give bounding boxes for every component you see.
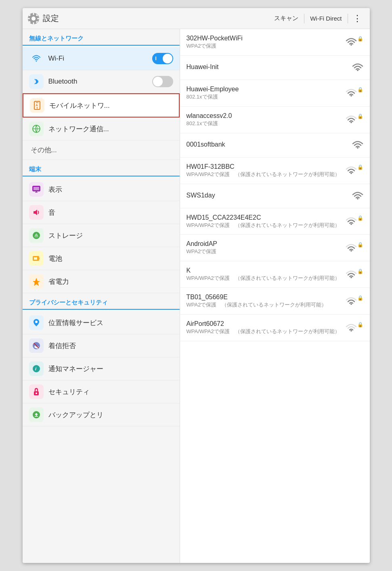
svg-point-49: [350, 303, 352, 305]
lock-icon: 🔒: [357, 322, 363, 327]
bluetooth-toggle[interactable]: [152, 76, 173, 87]
header-divider2: [348, 14, 348, 23]
svg-point-39: [350, 44, 352, 46]
wifi-network-name: TB01_05669E: [187, 294, 346, 301]
wifi-network-sub: 802.1xで保護: [187, 120, 346, 127]
wifi-network-list: 302HW-PocketWiFiWPA2で保護🔒Huawei-InitHuawe…: [180, 29, 370, 563]
svg-point-1: [31, 17, 36, 21]
sidebar-item-security[interactable]: セキュリティ: [23, 380, 180, 403]
wifi-info: AndroidAPWPA2で保護: [187, 240, 346, 255]
mobile-label: モバイルネットワ...: [49, 101, 172, 110]
lock-icon: 🔒: [357, 113, 363, 119]
wifi-signal-icon: 🔒: [346, 166, 363, 175]
svg-rect-2: [33, 13, 34, 15]
wifi-signal-icon: 🔒: [346, 323, 363, 332]
svg-point-45: [357, 198, 358, 199]
lock-icon: 🔒: [357, 215, 363, 221]
sidebar-item-location[interactable]: 位置情報サービス: [23, 311, 180, 334]
wifi-network-name: AirPort60672: [187, 320, 346, 327]
notify-label: 通知マネージャー: [48, 364, 173, 374]
wifi-signal-icon: [352, 63, 363, 72]
overflow-menu-icon[interactable]: ⋮: [350, 12, 365, 25]
wifi-toggle[interactable]: I: [152, 53, 173, 64]
wifi-network-name: K: [187, 267, 346, 274]
lock-icon: 🔒: [357, 87, 363, 92]
wifi-signal-icon: [352, 141, 363, 149]
wifi-signal-icon: 🔒: [346, 217, 363, 226]
wifi-signal-icon: 🔒: [346, 88, 363, 97]
sidebar-item-battery[interactable]: 電池: [23, 247, 180, 270]
section-privacy: プライバシーとセキュリティ: [23, 293, 180, 310]
section-wireless: 無線とネットワーク: [23, 29, 180, 46]
display-label: 表示: [48, 185, 173, 194]
svg-rect-27: [39, 258, 40, 259]
sidebar-item-mobile[interactable]: A モバイルネットワ...: [23, 93, 180, 118]
bluetooth-toggle-switch[interactable]: [152, 76, 173, 87]
sidebar-item-bluetooth[interactable]: Bluetooth: [23, 70, 180, 93]
wifi-network-sub: WPA2で保護: [187, 43, 346, 50]
storage-label: ストレージ: [48, 231, 173, 240]
svg-point-12: [36, 107, 38, 109]
wifi-network-name: HW01F-312BBC: [187, 163, 346, 170]
wifi-info: HW01F-312BBCWPA/WPA2で保護 （保護されているネットワークが利…: [187, 163, 346, 178]
other-label: その他...: [31, 145, 57, 155]
callblock-icon: [29, 338, 44, 353]
svg-point-35: [36, 393, 37, 394]
wifi-network-item[interactable]: HW01F-312BBCWPA/WPA2で保護 （保護されているネットワークが利…: [180, 157, 370, 184]
wifi-network-name: 302HW-PocketWiFi: [187, 35, 346, 42]
main-content: 無線とネットワーク Wi-Fi I: [23, 29, 370, 563]
callblock-label: 着信拒否: [48, 341, 173, 351]
wifi-network-item[interactable]: 302HW-PocketWiFiWPA2で保護🔒: [180, 29, 370, 56]
wifi-network-item[interactable]: HWD15_CCA2234E4E2CWPA/WPA2で保護 （保護されているネッ…: [180, 208, 370, 235]
wifi-network-name: Huawei-Init: [187, 63, 352, 71]
wifi-network-sub: WPA2で保護 （保護されているネットワークが利用可能）: [187, 302, 346, 309]
sidebar-item-callblock[interactable]: 着信拒否: [23, 334, 180, 357]
security-icon: [29, 384, 44, 399]
power-icon: [29, 274, 44, 289]
wifi-network-item[interactable]: AndroidAPWPA2で保護🔒: [180, 235, 370, 261]
wifi-network-name: 0001softbank: [187, 141, 352, 148]
wifi-network-item[interactable]: AirPort60672WPA/WPA2で保護 （保護されているネットワークが利…: [180, 315, 370, 341]
wifi-network-item[interactable]: TB01_05669EWPA2で保護 （保護されているネットワークが利用可能）🔒: [180, 288, 370, 315]
wifi-network-item[interactable]: wlanaccessv2.0802.1xで保護🔒: [180, 107, 370, 133]
svg-point-29: [35, 321, 38, 323]
scan-button[interactable]: スキャン: [270, 12, 302, 25]
wifi-network-item[interactable]: SWS1day: [180, 184, 370, 208]
svg-point-46: [350, 223, 352, 225]
bluetooth-label: Bluetooth: [48, 78, 152, 86]
wifi-network-item[interactable]: Huawei-Employee802.1xで保護🔒: [180, 80, 370, 107]
wifi-network-name: AndroidAP: [187, 240, 346, 248]
sound-label: 音: [48, 208, 173, 217]
sidebar-item-storage[interactable]: ストレージ: [23, 224, 180, 247]
sidebar-item-sound[interactable]: 音: [23, 201, 180, 224]
wifidirect-button[interactable]: Wi-Fi Direct: [306, 13, 346, 24]
wifi-info: TB01_05669EWPA2で保護 （保護されているネットワークが利用可能）: [187, 294, 346, 309]
wifi-network-name: Huawei-Employee: [187, 86, 346, 93]
wifi-network-name: SWS1day: [187, 192, 352, 199]
wifi-signal-icon: 🔒: [346, 115, 363, 124]
sidebar-item-backup[interactable]: バックアップとリ: [23, 403, 180, 426]
wifi-network-item[interactable]: KWPA/WPA2で保護 （保護されているネットワークが利用可能）🔒: [180, 261, 370, 288]
page-title: 設定: [43, 13, 270, 24]
sidebar-item-other[interactable]: その他...: [23, 141, 180, 160]
svg-marker-22: [34, 210, 37, 215]
wifi-info: wlanaccessv2.0802.1xで保護: [187, 112, 346, 127]
svg-point-48: [350, 277, 352, 278]
sidebar-item-display[interactable]: 表示: [23, 178, 180, 201]
svg-point-50: [350, 330, 352, 332]
sidebar-item-network[interactable]: ネットワーク通信...: [23, 118, 180, 141]
wifi-network-item[interactable]: 0001softbank: [180, 133, 370, 157]
sidebar-item-power[interactable]: 省電力: [23, 270, 180, 293]
network-label: ネットワーク通信...: [48, 124, 173, 134]
wifi-signal-icon: 🔒: [346, 270, 363, 279]
wifi-network-item[interactable]: Huawei-Init: [180, 56, 370, 80]
wifi-network-sub: WPA/WPA2で保護 （保護されているネットワークが利用可能）: [187, 275, 346, 282]
wifi-signal-icon: [352, 191, 363, 200]
sidebar-item-notify[interactable]: i 通知マネージャー: [23, 357, 180, 380]
sound-icon: [29, 205, 44, 220]
svg-point-10: [36, 61, 37, 62]
sidebar-item-wifi[interactable]: Wi-Fi I: [23, 47, 180, 70]
wifi-network-name: HWD15_CCA2234E4E2C: [187, 214, 346, 221]
wifi-toggle-switch[interactable]: I: [152, 53, 173, 64]
header-divider: [304, 14, 304, 23]
